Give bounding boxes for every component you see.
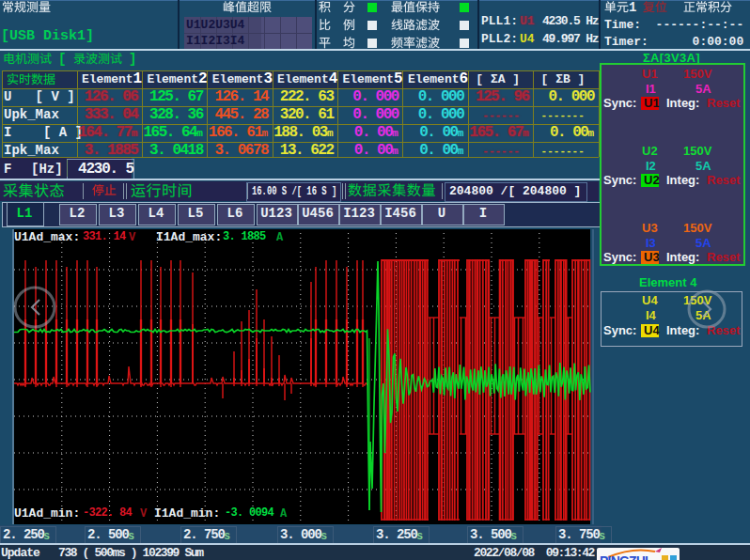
- svg-text:PINGZHI: PINGZHI: [600, 553, 648, 560]
